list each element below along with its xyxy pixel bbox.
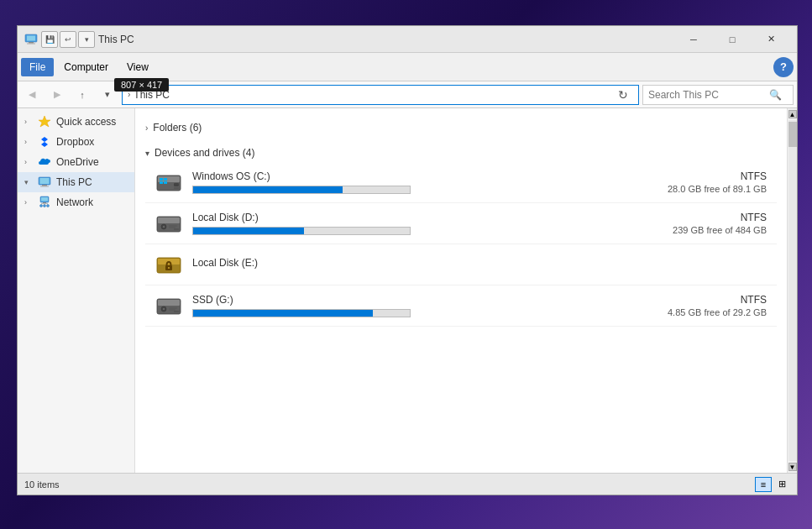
star-icon	[38, 115, 51, 128]
drive-c-meta: NTFS 28.0 GB free of 89.1 GB	[641, 170, 767, 194]
svg-point-31	[163, 226, 165, 228]
drive-d-space: 239 GB free of 484 GB	[641, 225, 767, 235]
sidebar-item-quick-access[interactable]: › Quick access	[18, 112, 134, 132]
search-input[interactable]	[648, 89, 766, 101]
drive-d-progress-fill	[193, 228, 304, 234]
statusbar: 10 items ≡ ⊞	[18, 473, 797, 495]
sidebar-item-dropbox[interactable]: › Dropbox	[18, 132, 134, 152]
network-icon	[38, 196, 51, 209]
sidebar-label-quick-access: Quick access	[56, 116, 116, 128]
dropbox-icon	[38, 135, 51, 149]
content-area: › Folders (6) ▾ Devices and drives (4)	[135, 108, 787, 473]
svg-rect-27	[174, 187, 179, 189]
drive-d-fs: NTFS	[641, 212, 767, 223]
svg-rect-24	[160, 181, 163, 184]
sidebar-item-network[interactable]: › Network	[18, 192, 134, 212]
folders-label: Folders (6)	[153, 122, 202, 134]
item-count: 10 items	[24, 479, 60, 490]
svg-rect-22	[160, 178, 163, 181]
address-bar[interactable]: › This PC ↻	[122, 85, 639, 105]
sidebar-label-network: Network	[56, 196, 93, 208]
folders-header[interactable]: › Folders (6)	[145, 118, 777, 137]
drive-c-progress-fill	[193, 186, 343, 193]
svg-rect-26	[174, 183, 179, 186]
svg-marker-4	[39, 116, 50, 127]
sidebar-label-onedrive: OneDrive	[56, 156, 99, 168]
svg-rect-40	[158, 300, 180, 306]
svg-rect-13	[41, 203, 48, 204]
minimize-button[interactable]: ─	[674, 26, 713, 53]
maximize-button[interactable]: □	[713, 26, 752, 53]
svg-rect-29	[158, 217, 180, 223]
drive-d-name: Local Disk (D:)	[192, 212, 631, 223]
chevron-icon: ›	[24, 118, 33, 126]
scroll-up-btn[interactable]: ▲	[788, 110, 797, 118]
explorer-window: 💾 ↩ ▾ This PC ─ □ ✕ 807 × 417 File Compu…	[17, 25, 798, 495]
svg-rect-11	[41, 197, 48, 202]
drive-d-info: Local Disk (D:)	[192, 212, 631, 235]
drive-c-name: Windows OS (C:)	[192, 170, 631, 182]
drive-c-progress-container	[192, 186, 411, 194]
svg-marker-5	[41, 137, 48, 147]
drive-c[interactable]: Windows OS (C:) NTFS 28.0 GB free of 89.…	[145, 162, 777, 203]
quick-access-toolbar: 💾 ↩ ▾	[41, 31, 95, 48]
svg-rect-44	[169, 310, 175, 311]
svg-point-15	[44, 205, 46, 207]
tab-view[interactable]: View	[118, 58, 157, 76]
svg-rect-45	[174, 311, 179, 312]
svg-rect-32	[169, 226, 177, 227]
search-icon: 🔍	[769, 89, 782, 101]
drive-g[interactable]: SSD (G:) NTFS 4.85 GB free of 29.2 GB	[145, 285, 777, 327]
svg-rect-3	[27, 43, 35, 44]
scrollbar[interactable]: ▲ ▼	[787, 108, 797, 473]
titlebar: 💾 ↩ ▾ This PC ─ □ ✕	[18, 26, 797, 53]
tab-file[interactable]: File	[21, 58, 54, 76]
drive-e[interactable]: Local Disk (E:)	[145, 244, 777, 285]
close-button[interactable]: ✕	[752, 26, 790, 53]
svg-point-42	[163, 308, 165, 310]
chevron-icon: ›	[24, 158, 33, 166]
dropdown-btn[interactable]: ▾	[78, 31, 95, 48]
svg-rect-9	[40, 186, 49, 187]
sidebar-label-this-pc: This PC	[56, 176, 92, 188]
window-title: This PC	[98, 34, 674, 45]
folders-section: › Folders (6)	[145, 115, 777, 140]
hdd-e-icon	[155, 251, 182, 278]
sidebar-item-this-pc[interactable]: ▾ This PC	[18, 172, 134, 192]
drive-c-info: Windows OS (C:)	[192, 170, 631, 194]
ssd-g-icon	[155, 292, 182, 319]
drives-label: Devices and drives (4)	[155, 147, 254, 159]
tab-computer[interactable]: Computer	[55, 58, 117, 76]
svg-rect-34	[174, 228, 179, 230]
refresh-button[interactable]: ↻	[613, 85, 633, 105]
drive-d[interactable]: Local Disk (D:) NTFS 239 GB free of 484 …	[145, 203, 777, 244]
undo-btn[interactable]: ↩	[60, 31, 76, 48]
scroll-down-btn[interactable]: ▼	[788, 463, 797, 471]
window-controls: ─ □ ✕	[674, 26, 790, 53]
quick-save-btn[interactable]: 💾	[41, 31, 58, 48]
details-view-button[interactable]: ≡	[755, 477, 772, 492]
drive-g-progress-container	[192, 309, 411, 317]
drive-e-meta	[641, 264, 767, 265]
drive-g-fs: NTFS	[641, 294, 767, 306]
help-button[interactable]: ?	[773, 57, 794, 77]
sidebar-item-onedrive[interactable]: › OneDrive	[18, 152, 134, 172]
large-icons-view-button[interactable]: ⊞	[773, 477, 790, 492]
up-button[interactable]: ↑	[71, 85, 93, 105]
drive-d-meta: NTFS 239 GB free of 484 GB	[641, 212, 767, 235]
scroll-thumb[interactable]	[788, 122, 797, 147]
drives-header[interactable]: ▾ Devices and drives (4)	[145, 144, 777, 162]
window-icon	[24, 33, 38, 46]
drive-g-space: 4.85 GB free of 29.2 GB	[641, 307, 767, 317]
sidebar: › Quick access › Dropbox ›	[18, 108, 135, 473]
folders-chevron: ›	[145, 123, 148, 133]
svg-point-38	[168, 267, 170, 269]
drive-g-meta: NTFS 4.85 GB free of 29.2 GB	[641, 294, 767, 317]
back-button[interactable]: ◀	[21, 85, 43, 105]
forward-button[interactable]: ▶	[46, 85, 68, 105]
sidebar-label-dropbox: Dropbox	[56, 136, 94, 148]
svg-rect-7	[40, 178, 50, 184]
hdd-d-icon	[155, 210, 182, 237]
chevron-icon: ›	[24, 198, 33, 207]
drive-d-progress-container	[192, 227, 411, 235]
